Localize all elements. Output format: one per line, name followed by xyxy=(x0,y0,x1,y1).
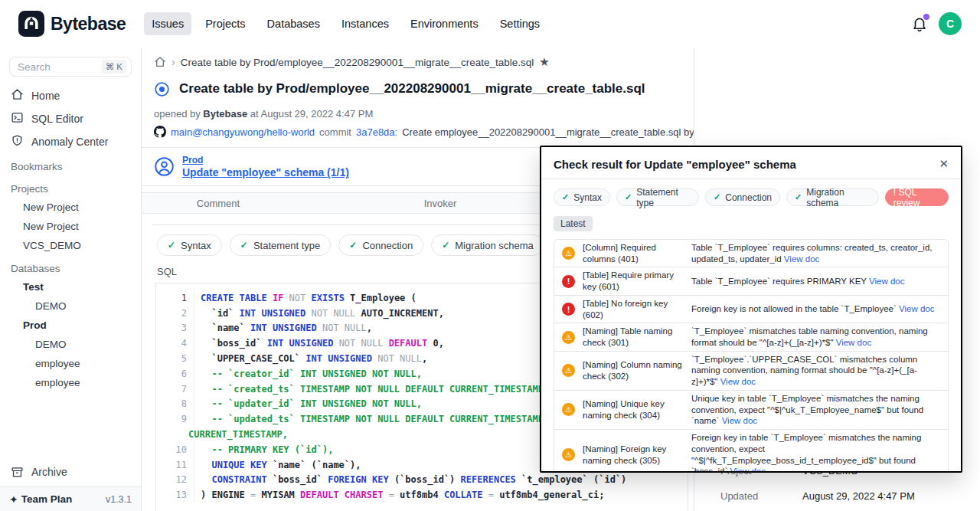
top-navbar: Bytebase IssuesProjectsDatabasesInstance… xyxy=(0,0,980,47)
code-text: CREATE TABLE IF NOT EXISTS T_Employee ( xyxy=(194,293,416,303)
modal-title: Check result for Update "employee" schem… xyxy=(554,158,796,171)
nav-item-issues[interactable]: Issues xyxy=(144,12,191,35)
check-pill-sql-review[interactable]: ! SQL review xyxy=(885,188,949,206)
view-doc-link[interactable]: View doc xyxy=(869,277,904,286)
sidebar-item-new-project[interactable]: New Project xyxy=(0,217,141,236)
breadcrumb-home-icon[interactable] xyxy=(154,56,166,68)
nav-item-environments[interactable]: Environments xyxy=(403,12,486,35)
vcs-branch-link[interactable]: main@changyuwong/hello-world xyxy=(171,126,315,138)
sidebar-sections: BookmarksProjectsNew ProjectNew ProjectV… xyxy=(0,153,141,392)
view-doc-link[interactable]: View doc xyxy=(722,416,757,425)
rule-detail: Foreign key is not allowed in the table … xyxy=(691,303,940,315)
breadcrumb-title[interactable]: Create table by Prod/employee__202208290… xyxy=(181,57,534,68)
stage-environment-link[interactable]: Prod xyxy=(182,155,349,165)
code-text: ) ENGINE = MYISAM DEFAULT CHARSET = utf8… xyxy=(194,490,604,500)
check-icon: ✓ xyxy=(795,192,802,202)
modal-header: Check result for Update "employee" schem… xyxy=(554,157,949,171)
close-icon[interactable]: ✕ xyxy=(939,157,949,171)
sidebar-item-sql-editor[interactable]: SQL Editor xyxy=(0,107,141,130)
rule-detail: Unique key in table `T_Employee` mismatc… xyxy=(691,393,940,427)
check-pill-syntax[interactable]: ✓Syntax xyxy=(554,188,610,206)
check-icon: ✓ xyxy=(562,192,569,202)
check-icon: ✓ xyxy=(349,240,357,251)
line-number: 11 xyxy=(156,457,194,473)
view-doc-link[interactable]: View doc xyxy=(899,304,934,313)
sidebar-item-anomaly-center[interactable]: Anomaly Center xyxy=(0,130,141,153)
sidebar-item-employee[interactable]: employee xyxy=(0,354,141,373)
opened-author: Bytebase xyxy=(203,108,247,120)
vcs-commit-hash-link[interactable]: 3a7e8da: xyxy=(356,126,397,138)
sidebar-item-demo[interactable]: DEMO xyxy=(0,335,141,354)
check-pill-statement-type[interactable]: ✓Statement type xyxy=(230,234,332,256)
line-number: 6 xyxy=(156,366,194,382)
nav-item-instances[interactable]: Instances xyxy=(334,12,397,35)
nav-item-settings[interactable]: Settings xyxy=(492,12,547,35)
check-pill-connection[interactable]: ✓Connection xyxy=(338,234,423,256)
detail-label: Updated xyxy=(720,490,802,502)
check-pill-statement-type[interactable]: ✓Statement type xyxy=(616,188,699,206)
view-doc-link[interactable]: View doc xyxy=(730,467,766,473)
nav-item-projects[interactable]: Projects xyxy=(198,12,253,35)
check-result-row: ⚠[Naming] Unique key naming check (304)U… xyxy=(554,390,948,429)
sidebar-item-demo[interactable]: DEMO xyxy=(0,296,141,316)
check-pill-label: Connection xyxy=(725,192,772,203)
stage-task-link[interactable]: Update "employee" schema (1/1) xyxy=(182,166,349,179)
section-label-bookmarks: Bookmarks xyxy=(0,153,141,175)
section-label-databases: Databases xyxy=(0,255,141,277)
code-text: -- `updated_ts` TIMESTAMP NOT NULL DEFAU… xyxy=(194,414,599,424)
check-result-row: ![Table] No foreign key (602)Foreign key… xyxy=(554,295,948,323)
detail-value: August 29, 2022 4:47 PM xyxy=(802,490,915,502)
check-pill-label: Migration schema xyxy=(806,187,871,208)
sidebar-item-home[interactable]: Home xyxy=(0,84,141,107)
bytebase-logo[interactable]: Bytebase xyxy=(18,11,126,37)
avatar[interactable]: C xyxy=(939,12,962,35)
notification-bell-icon[interactable] xyxy=(911,15,928,33)
check-pill-label: Syntax xyxy=(181,240,211,251)
section-label-projects: Projects xyxy=(0,175,141,198)
check-pill-migration-schema[interactable]: ✓Migration schema xyxy=(431,234,544,256)
check-pill-connection[interactable]: ✓Connection xyxy=(705,188,780,206)
sidebar-item-archive[interactable]: Archive xyxy=(0,460,141,483)
line-number: 1 xyxy=(156,290,194,306)
check-icon: ✓ xyxy=(240,240,248,251)
breadcrumb-chevron-icon: › xyxy=(172,56,175,68)
line-number: 3 xyxy=(156,321,194,336)
check-pill-migration-schema[interactable]: ✓Migration schema xyxy=(786,188,879,206)
search-placeholder: Search xyxy=(18,61,102,73)
rule-name: [Naming] Unique key naming check (304) xyxy=(583,398,684,421)
home-icon xyxy=(11,88,24,103)
check-result-row: ⚠[Naming] Column naming check (302)`T_Em… xyxy=(554,351,948,390)
warning-icon: ⚠ xyxy=(562,364,575,377)
check-pill-syntax[interactable]: ✓Syntax xyxy=(157,234,222,256)
code-text: -- `creator_id` INT UNSIGNED NOT NULL, xyxy=(194,369,422,379)
code-text: -- `created_ts` TIMESTAMP NOT NULL DEFAU… xyxy=(194,384,549,395)
rule-detail: Foreign key in table `T_Employee` mismat… xyxy=(691,432,940,473)
search-input[interactable]: Search ⌘ K xyxy=(9,57,132,77)
code-line: 13) ENGINE = MYISAM DEFAULT CHARSET = ut… xyxy=(156,487,688,503)
line-number: 10 xyxy=(156,442,194,457)
nav-item-databases[interactable]: Databases xyxy=(260,12,328,35)
sidebar-item-new-project[interactable]: New Project xyxy=(0,198,141,217)
sidebar-item-test[interactable]: Test xyxy=(0,277,141,296)
sidebar-item-employee[interactable]: employee xyxy=(0,373,141,392)
check-result-row: ![Table] Require primary key (601)Table … xyxy=(554,267,948,294)
latest-tag[interactable]: Latest xyxy=(554,216,593,231)
line-number: 4 xyxy=(156,336,194,351)
code-text: UNIQUE KEY `name` (`name`), xyxy=(194,460,361,470)
sidebar-item-vcs-demo[interactable]: VCS_DEMO xyxy=(0,236,141,255)
rule-name: [Naming] Table naming check (301) xyxy=(583,326,684,348)
sidebar-item-prod[interactable]: Prod xyxy=(0,316,141,335)
line-number: 12 xyxy=(156,473,194,488)
modal-check-pills: ✓Syntax✓Statement type✓Connection✓Migrat… xyxy=(554,188,949,206)
sidebar-item-label: SQL Editor xyxy=(31,113,83,125)
sidebar-footer[interactable]: ✦ Team Plan v1.3.1 xyxy=(0,486,141,511)
view-doc-link[interactable]: View doc xyxy=(720,377,756,386)
column-header-comment: Comment xyxy=(142,198,295,209)
view-doc-link[interactable]: View doc xyxy=(784,254,819,264)
search-shortcut-kbd: ⌘ K xyxy=(102,60,126,74)
check-result-row: ⚠[Column] Required columns (401)Table `T… xyxy=(554,240,948,267)
stage-links: Prod Update "employee" schema (1/1) xyxy=(182,155,349,179)
rule-name: [Table] No foreign key (602) xyxy=(583,298,684,320)
view-doc-link[interactable]: View doc xyxy=(836,338,871,347)
bookmark-star-icon[interactable]: ★ xyxy=(539,55,549,69)
